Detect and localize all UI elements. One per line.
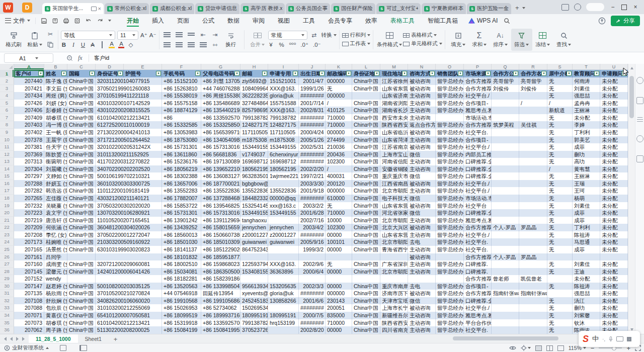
- cell[interactable]: +86 18560013: [162, 231, 201, 239]
- cell[interactable]: 留学总经办: [436, 246, 464, 253]
- cell[interactable]: 327484864: [240, 100, 268, 107]
- cell[interactable]: m1875308: [268, 136, 299, 144]
- cell[interactable]: China中国: [67, 77, 96, 85]
- wrap-text-button[interactable]: 换行: [220, 29, 242, 51]
- filter-header-cell[interactable]: 出生日期▼: [299, 70, 326, 77]
- cell[interactable]: 周煜 (男): [44, 92, 67, 100]
- cell[interactable]: [299, 253, 326, 261]
- cell[interactable]: China中国: [352, 209, 380, 217]
- font-size-select[interactable]: 11: [117, 31, 138, 40]
- cell[interactable]: 留学总经办: [436, 187, 464, 195]
- cell[interactable]: 上海市长宁: [380, 304, 408, 312]
- cell[interactable]: +86 1971300890: [201, 158, 240, 165]
- cell[interactable]: 610104200212213421: [96, 114, 124, 122]
- cell[interactable]: 梁馨元 (女: [44, 268, 67, 276]
- cell[interactable]: 刘俊伶: [492, 85, 519, 93]
- filter-header-cell[interactable]: 合作方公▼: [492, 70, 519, 77]
- cell[interactable]: [268, 246, 299, 253]
- cell[interactable]: 000000: [326, 187, 352, 195]
- cell[interactable]: 210303200509160922: [96, 238, 124, 246]
- filter-header-cell[interactable]: 现住地址▼: [380, 70, 408, 77]
- redo-icon[interactable]: [97, 18, 104, 24]
- cell[interactable]: 刘晨曦 (女: [44, 165, 67, 173]
- cell[interactable]: [519, 187, 547, 195]
- cell[interactable]: [124, 165, 162, 173]
- cell[interactable]: 2002/9/6: [299, 260, 326, 268]
- cell[interactable]: 310113200211152925: [96, 151, 124, 158]
- cell[interactable]: 610000: [326, 195, 352, 202]
- cell[interactable]: XXX@163.: [268, 107, 299, 114]
- help-icon[interactable]: [636, 135, 643, 142]
- cell[interactable]: 青海省西宁: [380, 246, 408, 253]
- row-number[interactable]: 7: [0, 114, 14, 122]
- docs-home-icon[interactable]: D: [22, 3, 32, 13]
- cell[interactable]: [519, 180, 547, 188]
- cell[interactable]: 重庆市南岸: [380, 283, 408, 290]
- cell[interactable]: 2002/3/3: [299, 283, 326, 290]
- filter-header-cell[interactable]: 邮箱▼: [240, 70, 268, 77]
- cell[interactable]: +86 1508419955: [201, 326, 240, 334]
- cell[interactable]: [408, 275, 436, 283]
- cell[interactable]: 2000/7/5: [299, 312, 326, 319]
- cell[interactable]: China中国: [67, 304, 96, 312]
- cell[interactable]: 207208: [14, 231, 44, 239]
- cell[interactable]: +86 15538019: [162, 92, 201, 100]
- cell[interactable]: 合作项目-: [464, 283, 492, 290]
- cell[interactable]: China中国: [67, 100, 96, 107]
- cell[interactable]: 000000: [326, 290, 352, 297]
- cell[interactable]: 207108: [14, 297, 44, 305]
- cell[interactable]: 未分配: [600, 92, 628, 100]
- cell[interactable]: 留学总经办: [436, 92, 464, 100]
- cell[interactable]: China中国: [352, 260, 380, 268]
- row-number[interactable]: 33: [0, 304, 14, 312]
- row-number[interactable]: 2: [0, 77, 14, 85]
- cell[interactable]: 杨萌: [573, 195, 600, 202]
- filter-dropdown-icon[interactable]: ▼: [319, 71, 325, 76]
- cell[interactable]: 320311200104077915: [96, 77, 124, 85]
- align-top-icon[interactable]: [162, 30, 172, 39]
- cell[interactable]: [519, 209, 547, 217]
- cell[interactable]: 无: [547, 92, 573, 100]
- cell[interactable]: 180562195: [268, 165, 299, 173]
- cell[interactable]: 130703200106280921: [96, 209, 124, 217]
- cell[interactable]: [124, 260, 162, 268]
- cell[interactable]: 合作方推荐: [464, 77, 492, 85]
- cell[interactable]: +86 15731301: [162, 143, 201, 151]
- cell[interactable]: +86 15152100: [162, 77, 201, 85]
- cell[interactable]: [240, 275, 268, 283]
- row-number[interactable]: 15: [0, 172, 14, 180]
- cell[interactable]: [519, 326, 547, 334]
- cell[interactable]: 1997/2/21: [299, 172, 326, 180]
- cell[interactable]: 王丽淋: [573, 107, 600, 114]
- cell[interactable]: [124, 246, 162, 253]
- cell[interactable]: 360481200304020026: [96, 224, 124, 231]
- cell[interactable]: 口碑推荐.: [464, 260, 492, 268]
- cell[interactable]: 799138782: [240, 319, 268, 327]
- cell[interactable]: 王瑞: [573, 180, 600, 188]
- cell[interactable]: [124, 209, 162, 217]
- column-header-R[interactable]: R: [519, 64, 547, 69]
- cell[interactable]: gloria@uk: [268, 290, 299, 297]
- cell[interactable]: 2001/6/28: [299, 209, 326, 217]
- cell[interactable]: China中国: [67, 224, 96, 231]
- conditional-format-button[interactable]: 条件格式: [376, 29, 403, 51]
- cell[interactable]: [67, 275, 96, 283]
- cell[interactable]: 留学总经办: [436, 100, 464, 107]
- cell[interactable]: 无: [326, 260, 352, 268]
- filter-dropdown-icon[interactable]: ▼: [402, 71, 407, 76]
- cell[interactable]: 110112200109181419: [96, 187, 124, 195]
- filter-header-cell[interactable]: 父母电话号码▼: [201, 70, 240, 77]
- page-break-view-button[interactable]: [557, 345, 564, 351]
- cell[interactable]: 130858266: [268, 297, 299, 305]
- cell[interactable]: 无: [547, 172, 573, 180]
- cell[interactable]: China中国: [352, 136, 380, 144]
- cell[interactable]: 郭美艺: [573, 136, 600, 144]
- filter-dropdown-icon[interactable]: ▼: [486, 71, 491, 76]
- cell[interactable]: 400031: [326, 172, 352, 180]
- cell[interactable]: [96, 275, 124, 283]
- cell[interactable]: 6chenxinyur: [268, 151, 299, 158]
- column-header-D[interactable]: D: [96, 64, 124, 69]
- cell[interactable]: +86 1339985047: [201, 283, 240, 290]
- convert-button[interactable]: 转换: [321, 32, 337, 39]
- cell[interactable]: guiwanwei: [240, 238, 268, 246]
